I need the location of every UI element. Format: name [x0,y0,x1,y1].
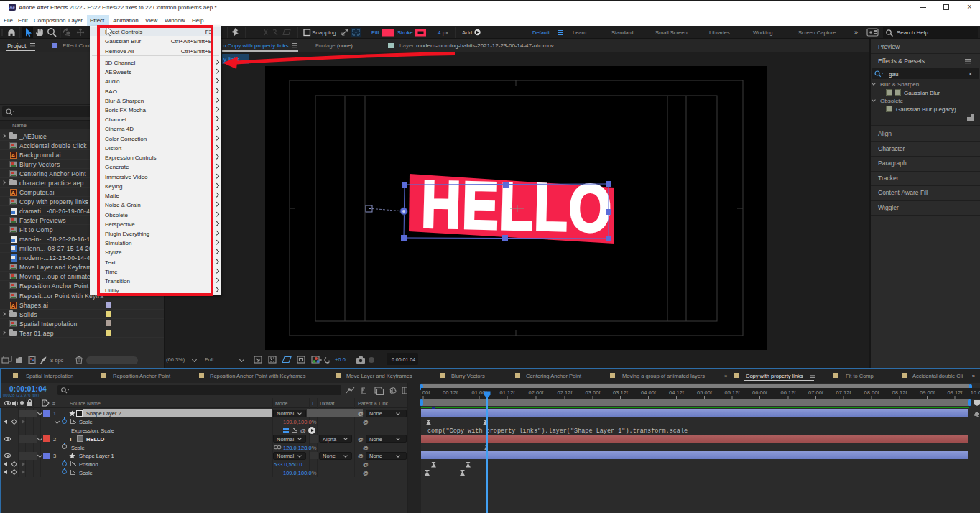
svg-text:07:00f: 07:00f [808,389,824,396]
svg-text:HELLO: HELLO [420,167,614,246]
svg-text:07:12f: 07:12f [836,389,852,396]
svg-text:10:0: 10:0 [971,389,980,396]
svg-text:03:00f: 03:00f [586,389,601,396]
svg-text:00:12f: 00:12f [443,389,458,396]
svg-text:03:12f: 03:12f [613,389,629,396]
svg-text:02:00f: 02:00f [529,389,545,396]
svg-text:08:00f: 08:00f [864,389,880,396]
svg-text:09:00f: 09:00f [920,389,935,396]
svg-text:06:12f: 06:12f [781,389,797,396]
svg-text:05:00f: 05:00f [697,389,713,396]
svg-text:05:12f: 05:12f [725,389,741,396]
svg-text::00f: :00f [421,389,430,396]
svg-text:06:00f: 06:00f [752,389,768,396]
svg-text:04:00f: 04:00f [641,389,657,396]
svg-text:01:12f: 01:12f [500,389,516,396]
svg-text:04:12f: 04:12f [669,389,685,396]
svg-text:08:12f: 08:12f [892,389,908,396]
svg-text:09:12f: 09:12f [948,389,963,396]
svg-text:02:12f: 02:12f [558,389,573,396]
